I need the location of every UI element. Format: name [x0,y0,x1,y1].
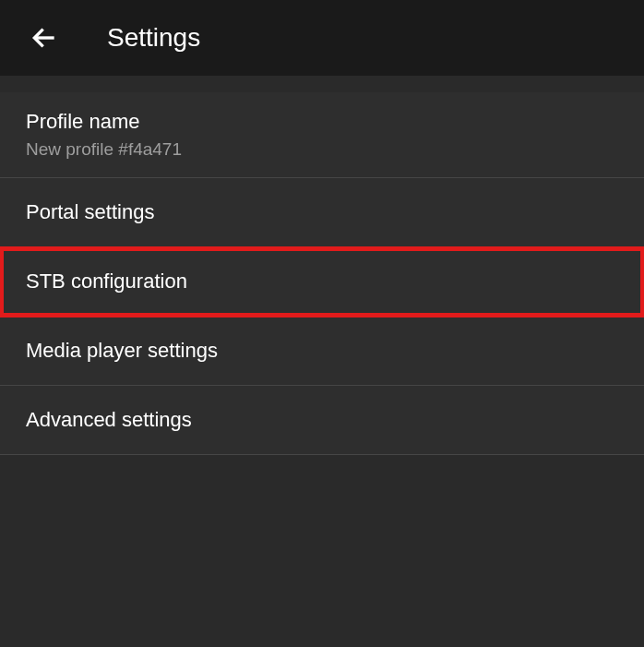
list-item-title: Advanced settings [26,408,618,432]
list-item-title: Media player settings [26,339,618,363]
settings-list: Profile name New profile #f4a471 Portal … [0,92,644,455]
list-item-title: Profile name [26,110,618,134]
list-item-advanced-settings[interactable]: Advanced settings [0,386,644,455]
list-item-portal-settings[interactable]: Portal settings [0,178,644,247]
app-bar: Settings [0,0,644,76]
list-item-title: Portal settings [26,200,618,224]
list-item-subtitle: New profile #f4a471 [26,139,618,160]
page-title: Settings [107,23,200,53]
list-item-title: STB configuration [26,270,618,294]
list-item-media-player-settings[interactable]: Media player settings [0,317,644,386]
list-item-stb-configuration[interactable]: STB configuration [0,247,644,317]
back-arrow-icon[interactable] [26,19,63,56]
list-item-profile-name[interactable]: Profile name New profile #f4a471 [0,92,644,178]
